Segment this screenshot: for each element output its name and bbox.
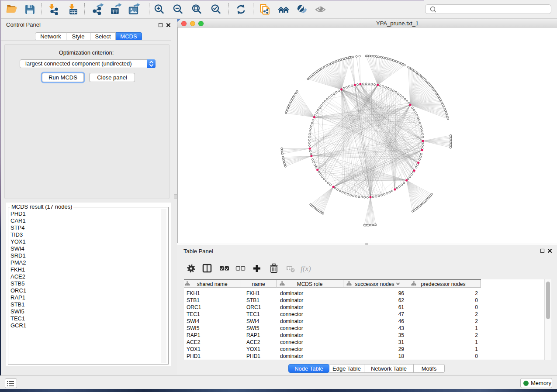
svg-text:f(x): f(x) [301,265,311,273]
